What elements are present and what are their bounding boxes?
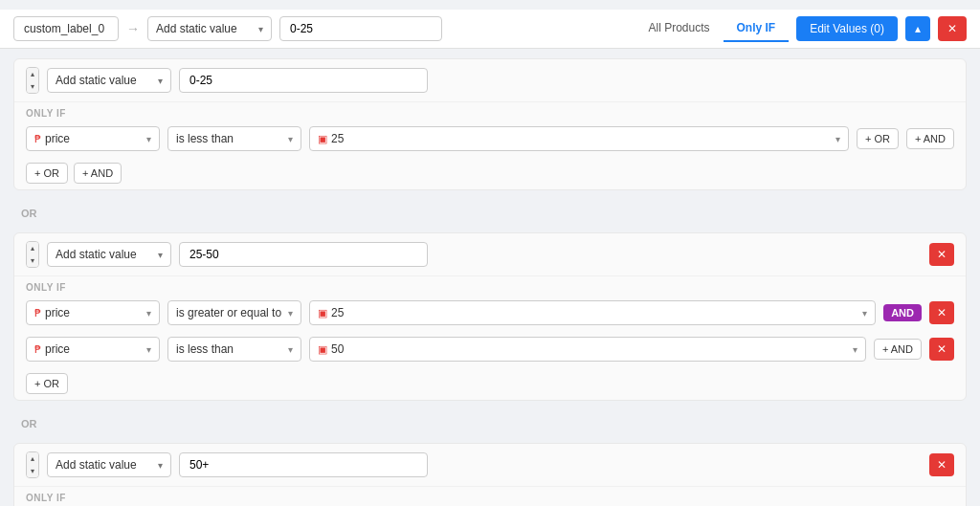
chevron-down-icon: ▾ [288,134,293,144]
chevron-down-icon: ▾ [288,308,293,319]
val-price-icon-3: ▣ [318,343,327,356]
and-badge: AND [883,304,922,321]
chevron-down-icon: ▾ [146,134,151,144]
rule2-val-label-2: 50 [331,342,344,356]
edit-values-button[interactable]: Edit Values (0) [796,16,898,41]
rule-block-2: ▴ ▾ Add static value ▾ ✕ ONLY IF ₱ price… [13,232,967,401]
or-connector-2: OR [13,416,967,431]
rule1-field-select[interactable]: ₱ price ▾ [26,126,160,151]
rule2-condition-1: ₱ price ▾ is greater or equal to ▾ ▣ 25 … [14,295,966,331]
chevron-down-icon: ▾ [158,460,163,471]
tab-only-if[interactable]: Only IF [724,15,790,42]
value-type-select[interactable]: Add static value ▾ [147,16,272,41]
rule1-value-row: ▴ ▾ Add static value ▾ [14,59,966,102]
rule2-field-select-2[interactable]: ₱ price ▾ [26,337,160,362]
rule2-op-select-2[interactable]: is less than ▾ [167,337,301,362]
rule2-cond1-delete[interactable]: ✕ [929,301,954,324]
chevron-down-icon: ▾ [862,308,867,319]
header-row: custom_label_0 → Add static value ▾ All … [0,10,980,49]
rule-block-1: ▴ ▾ Add static value ▾ ONLY IF ₱ price ▾ [13,58,967,190]
value-type-label: Add static value [156,22,237,35]
price-icon: ₱ [34,343,41,356]
rule1-condition-1: ₱ price ▾ is less than ▾ ▣ 25 ▾ + OR + A… [14,121,966,157]
tab-all-products[interactable]: All Products [635,15,723,42]
chevron-down-icon: ▾ [258,24,263,34]
rule2-cond2-and[interactable]: + AND [874,339,922,360]
price-icon: ₱ [34,133,41,145]
chevron-down-icon: ▾ [835,134,840,144]
delete-header-button[interactable]: ✕ [938,16,967,41]
rule1-and-button[interactable]: + AND [906,128,954,149]
move-up-button[interactable]: ▴ [905,16,930,41]
rule1-op-select[interactable]: is less than ▾ [167,126,301,151]
spin-buttons-1[interactable]: ▴ ▾ [26,67,39,94]
spin-up-3[interactable]: ▴ [27,452,38,465]
rule1-val-select[interactable]: ▣ 25 ▾ [309,126,849,151]
rule2-op-label-2: is less than [176,342,234,356]
rule1-only-if-label: ONLY IF [14,102,966,121]
custom-label: custom_label_0 [13,16,119,41]
main-container: custom_label_0 → Add static value ▾ All … [0,0,980,506]
rule2-field-label-2: price [45,342,70,356]
rule2-only-if-label: ONLY IF [14,276,966,295]
rule2-val-select-1[interactable]: ▣ 25 ▾ [309,300,876,325]
chevron-down-icon: ▾ [853,344,858,355]
rule2-value-type-label: Add static value [56,248,137,261]
rule1-val-label: 25 [331,132,344,145]
rule-block-3: ▴ ▾ Add static value ▾ ✕ ONLY IF ₱ price… [13,443,967,506]
spin-up-2[interactable]: ▴ [27,242,38,254]
rule1-bottom-or[interactable]: + OR [26,163,68,184]
rule3-delete-button[interactable]: ✕ [929,453,954,476]
chevron-down-icon: ▾ [158,76,163,86]
spin-down-1[interactable]: ▾ [27,80,38,93]
rules-area: ▴ ▾ Add static value ▾ ONLY IF ₱ price ▾ [0,49,980,506]
rule2-field-select-1[interactable]: ₱ price ▾ [26,300,160,325]
rule1-value-input[interactable] [179,68,428,93]
rule1-or-button[interactable]: + OR [857,128,899,149]
rule2-op-label-1: is greater or equal to [176,306,281,319]
rule2-value-row: ▴ ▾ Add static value ▾ ✕ [14,233,966,276]
rule3-only-if-label: ONLY IF [14,487,966,505]
rule2-cond2-delete[interactable]: ✕ [929,338,954,361]
chevron-down-icon: ▾ [158,250,163,260]
chevron-down-icon: ▾ [146,344,151,355]
rule2-bottom-or[interactable]: + OR [26,373,68,394]
tab-group: All Products Only IF [635,15,789,42]
rule3-value-type[interactable]: Add static value ▾ [47,452,171,477]
or-connector-1: OR [13,206,967,221]
spin-down-2[interactable]: ▾ [27,254,38,267]
rule1-value-type-label: Add static value [56,74,137,87]
rule2-field-label-1: price [45,306,70,319]
rule2-btn-row: + OR [14,367,966,400]
spin-down-3[interactable]: ▾ [27,465,38,477]
chevron-down-icon: ▾ [288,344,293,355]
rule2-condition-2: ₱ price ▾ is less than ▾ ▣ 50 ▾ + AND ✕ [14,331,966,367]
rule2-value-input[interactable] [179,242,428,267]
rule2-val-select-2[interactable]: ▣ 50 ▾ [309,337,866,362]
rule1-bottom-and[interactable]: + AND [74,163,122,184]
rule2-val-label-1: 25 [331,306,344,319]
spin-buttons-2[interactable]: ▴ ▾ [26,241,39,268]
rule2-delete-button[interactable]: ✕ [929,243,954,266]
rule2-op-select-1[interactable]: is greater or equal to ▾ [167,300,301,325]
spin-up-1[interactable]: ▴ [27,68,38,80]
val-price-icon: ▣ [318,133,327,145]
rule2-value-type[interactable]: Add static value ▾ [47,242,171,267]
rule1-btn-row: + OR + AND [14,157,966,189]
chevron-down-icon: ▾ [146,308,151,319]
rule3-value-input[interactable] [179,452,428,477]
rule1-value-type[interactable]: Add static value ▾ [47,68,171,93]
rule3-value-type-label: Add static value [56,458,137,472]
rule3-value-row: ▴ ▾ Add static value ▾ ✕ [14,444,966,487]
val-price-icon-2: ▣ [318,307,327,319]
arrow-connector: → [126,21,140,36]
spin-buttons-3[interactable]: ▴ ▾ [26,451,39,478]
rule1-op-label: is less than [176,132,234,145]
price-icon: ₱ [34,307,41,319]
rule1-field-label: price [45,132,70,145]
value-input-field[interactable] [279,16,442,41]
